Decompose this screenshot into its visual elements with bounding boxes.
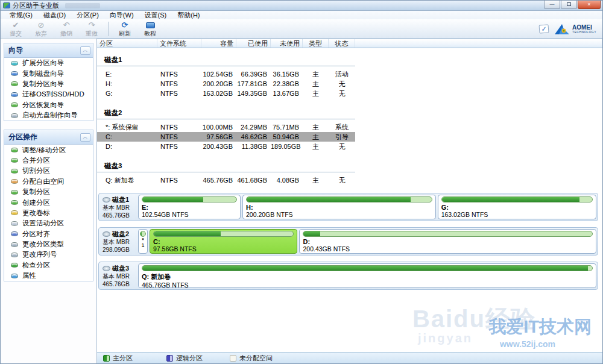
menu-disk[interactable]: 磁盘(D) — [38, 11, 71, 20]
menu-general[interactable]: 常规(G) — [4, 11, 38, 20]
menu-help[interactable]: 帮助(H) — [172, 11, 205, 20]
cell-fs: NTFS — [157, 90, 201, 97]
partition-block-system-reserved[interactable]: * 1 — [138, 229, 148, 254]
sidebar-item-label: 更改卷标 — [22, 209, 50, 218]
partition-block-q[interactable]: Q: 新加卷 465.76GB NTFS — [138, 263, 596, 288]
usage-bar — [303, 231, 593, 237]
window-title: 分区助手专业版 — [13, 1, 59, 10]
partition-label: Q: 新加卷 — [142, 272, 593, 281]
col-partition[interactable]: 分区 — [97, 39, 157, 48]
minimize-button[interactable]: — — [544, 1, 560, 9]
table-row-e[interactable]: E: NTFS 102.54GB 66.39GB 36.15GB 主 活动 — [97, 69, 355, 79]
redo-button[interactable]: ↷ 重做 — [79, 20, 104, 38]
sidebar-item-allocate-free-space[interactable]: 分配自由空间 — [4, 177, 93, 187]
table-row-d[interactable]: D: NTFS 200.43GB 11.38GB 189.05GB 主 无 — [97, 142, 355, 151]
disk2-group-header: 磁盘2 — [97, 106, 355, 119]
sidebar-item-resize-move[interactable]: 调整/移动分区 — [4, 145, 93, 155]
table-row-h[interactable]: H: NTFS 200.20GB 177.81GB 22.38GB 主 无 — [97, 79, 355, 89]
col-status[interactable]: 状态 — [329, 39, 355, 48]
sidebar-item-migrate-os[interactable]: 迁移OS到SSD/HDD — [4, 89, 93, 99]
sidebar-item-bootable-cd-wizard[interactable]: 启动光盘制作向导 — [4, 110, 93, 121]
cell-used: 46.62GB — [236, 133, 271, 140]
sidebar-item-check-partition[interactable]: 检查分区 — [4, 260, 93, 271]
cell-name: *: 系统保留 — [97, 123, 157, 132]
disk-size: 465.76GB — [103, 280, 136, 288]
sidebar-item-change-serial[interactable]: 更改序列号 — [4, 249, 93, 260]
table-row-q[interactable]: Q: 新加卷 NTFS 465.76GB 461.68GB 4.08GB 主 无 — [97, 175, 355, 185]
cell-capacity: 97.56GB — [201, 133, 236, 140]
disk-name: 磁盘2 — [112, 230, 129, 238]
tutorial-button[interactable]: 教程 — [137, 20, 163, 38]
sidebar-item-extend-partition-wizard[interactable]: 扩展分区向导 — [4, 58, 93, 68]
sidebar-item-change-type[interactable]: 更改分区类型 — [4, 239, 93, 249]
cell-unused: 22.38GB — [271, 80, 303, 87]
brand-subtitle: TECHNOLOGY — [572, 31, 596, 34]
partition-block-d[interactable]: D: 200.43GB NTFS — [299, 229, 596, 254]
title-bar: 分区助手专业版 — × — [1, 1, 602, 11]
sidebar-item-merge[interactable]: 合并分区 — [4, 155, 93, 166]
disk3-label[interactable]: 磁盘3 基本 MBR 465.76GB — [99, 263, 137, 289]
usage-bar — [140, 231, 146, 237]
cell-fs: NTFS — [157, 80, 201, 87]
sidebar-item-copy-disk-wizard[interactable]: 复制磁盘向导 — [4, 68, 93, 78]
col-unused[interactable]: 未使用 — [271, 39, 303, 48]
col-type[interactable]: 类型 — [303, 39, 329, 48]
disk1-partitions: E: 102.54GB NTFS H: 200.20GB NTFS G: 163… — [137, 194, 597, 220]
wizards-panel-header[interactable]: 向导 ︿ — [4, 43, 93, 58]
undo-button[interactable]: ↶ 撤销 — [54, 20, 79, 38]
sidebar-item-split[interactable]: 切割分区 — [4, 166, 93, 176]
table-row-system-reserved[interactable]: *: 系统保留 NTFS 100.00MB 24.29MB 75.71MB 主 … — [97, 122, 355, 132]
discard-label: 放弃 — [35, 30, 47, 37]
cell-used: 24.29MB — [236, 124, 271, 131]
sidebar-item-set-active[interactable]: 设置活动分区 — [4, 218, 93, 228]
sidebar-item-change-label[interactable]: 更改卷标 — [4, 208, 93, 218]
partition-block-g[interactable]: G: 163.02GB NTFS — [438, 195, 596, 219]
tutorial-icon — [137, 20, 163, 30]
disk-icon — [11, 242, 18, 247]
partition-ops-panel-header[interactable]: 分区操作 ︿ — [4, 130, 93, 145]
col-capacity[interactable]: 容量 — [201, 39, 236, 48]
disk-kind: 基本 MBR — [103, 238, 136, 246]
table-row-c-selected[interactable]: C: NTFS 97.56GB 46.62GB 50.94GB 主 引导 — [97, 132, 355, 142]
sidebar-item-copy-partition-wizard[interactable]: 复制分区向导 — [4, 79, 93, 89]
collapse-chevron-icon[interactable]: ︿ — [80, 46, 90, 55]
disk2-partitions: * 1 C: 97.56GB NTFS D: 200.43GB NTFS — [137, 228, 597, 254]
partition-block-c-selected[interactable]: C: 97.56GB NTFS — [150, 229, 297, 254]
discard-button[interactable]: ⊘ 放弃 — [28, 20, 54, 38]
table-row-g[interactable]: G: NTFS 163.02GB 149.35GB 13.67GB 主 无 — [97, 89, 355, 98]
menu-partition[interactable]: 分区(P) — [71, 11, 104, 20]
partition-info: 102.54GB NTFS — [142, 211, 237, 218]
sidebar-item-properties[interactable]: 属性 — [4, 271, 93, 281]
disk-icon — [11, 113, 18, 118]
sidebar-item-create-partition[interactable]: 创建分区 — [4, 197, 93, 207]
menu-wizard[interactable]: 向导(W) — [104, 11, 139, 20]
disk2-row: 磁盘2 基本 MBR 298.09GB * 1 C: 97 — [98, 227, 598, 256]
col-used[interactable]: 已使用 — [236, 39, 271, 48]
cell-type: 主 — [303, 70, 329, 79]
partition-block-h[interactable]: H: 200.20GB NTFS — [242, 195, 436, 219]
disk2-label[interactable]: 磁盘2 基本 MBR 298.09GB — [99, 228, 137, 254]
sidebar-item-alignment[interactable]: 分区对齐 — [4, 228, 93, 239]
partition-info: 97.56GB NTFS — [153, 245, 294, 253]
partition-label: C: — [153, 238, 294, 245]
cell-fs: NTFS — [157, 124, 201, 131]
maximize-button[interactable] — [561, 1, 577, 9]
sidebar-item-copy-partition[interactable]: 复制分区 — [4, 187, 93, 197]
content-area: 向导 ︿ 扩展分区向导 复制磁盘向导 复制分区向导 迁移OS到SSD/HDD 分… — [1, 39, 602, 363]
menu-settings[interactable]: 设置(S) — [139, 11, 172, 20]
cell-unused: 36.15GB — [271, 71, 303, 78]
sidebar-item-partition-recovery-wizard[interactable]: 分区恢复向导 — [4, 100, 93, 110]
disk-icon — [11, 71, 18, 76]
col-filesystem[interactable]: 文件系统 — [157, 39, 201, 48]
logical-partition-swatch-icon — [166, 355, 173, 362]
disk1-label[interactable]: 磁盘1 基本 MBR 465.76GB — [99, 194, 137, 220]
close-button[interactable]: × — [578, 1, 601, 9]
refresh-button[interactable]: ⟳ 刷新 — [112, 20, 137, 38]
legend-label: 逻辑分区 — [176, 354, 203, 363]
partition-info: 465.76GB NTFS — [142, 281, 593, 288]
collapse-chevron-icon[interactable]: ︿ — [80, 133, 90, 142]
checkbox-icon[interactable]: ✓ — [539, 24, 549, 33]
partition-block-e[interactable]: E: 102.54GB NTFS — [138, 195, 241, 219]
commit-button[interactable]: ✔ 提交 — [3, 20, 28, 38]
cell-used: 66.39GB — [236, 71, 271, 78]
